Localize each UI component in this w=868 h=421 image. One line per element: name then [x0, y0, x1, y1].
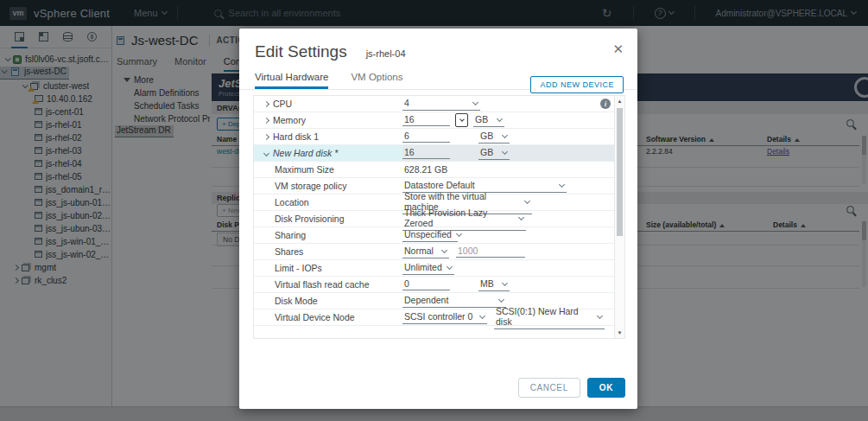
chevron-down-icon — [456, 230, 462, 236]
dialog-title: Edit Settings — [255, 42, 347, 61]
cpu-row: CPU 4 i — [254, 96, 614, 112]
chevron-down-icon — [502, 131, 508, 137]
limit-iops-row: Limit - IOPs Unlimited — [254, 260, 614, 277]
expand-icon[interactable] — [263, 117, 269, 123]
scroll-up-icon[interactable]: ▲ — [615, 99, 624, 104]
scsi-node-select[interactable]: SCSI(0:1) New Hard disk — [494, 306, 605, 329]
shares-count-input[interactable]: 1000 — [456, 246, 525, 258]
memory-row: Memory 16 GB — [254, 112, 614, 129]
controller-value: SCSI controller 0 — [404, 311, 472, 322]
sharing-value: Unspecified — [404, 229, 452, 239]
expand-icon[interactable] — [263, 100, 269, 106]
virtual-device-node-row: Virtual Device Node SCSI controller 0 SC… — [254, 309, 614, 326]
row-label: Sharing — [275, 230, 306, 240]
row-label: Hard disk 1 — [273, 131, 319, 142]
row-label: Maximum Size — [275, 164, 334, 175]
chevron-down-icon — [524, 197, 530, 203]
virtual-flash-input[interactable]: 0 — [402, 278, 450, 290]
limit-iops-select[interactable]: Unlimited — [402, 262, 454, 275]
policy-value: Datastore Default — [404, 180, 475, 190]
row-label: Virtual Device Node — [275, 312, 355, 322]
dialog-scrollbar[interactable]: ▲ ▼ — [614, 96, 624, 338]
row-label: Virtual flash read cache — [275, 279, 370, 290]
disk-provisioning-select[interactable]: Thick Provision Lazy Zeroed — [402, 207, 526, 231]
maximum-size-value: 628.21 GB — [402, 164, 447, 175]
provisioning-value: Thick Provision Lazy Zeroed — [404, 207, 514, 228]
dialog-footer: CANCEL OK — [518, 378, 625, 398]
row-label: Shares — [275, 246, 303, 257]
hard-disk-1-unit-select[interactable]: GB — [478, 131, 510, 144]
virtual-flash-row: Virtual flash read cache 0 MB — [254, 277, 614, 293]
row-label: Disk Provisioning — [275, 214, 345, 224]
chevron-down-icon — [441, 246, 447, 252]
tab-virtual-hardware[interactable]: Virtual Hardware — [255, 72, 328, 89]
unit-value: GB — [480, 131, 493, 141]
node-value: SCSI(0:1) New Hard disk — [496, 306, 592, 327]
chevron-down-icon — [518, 214, 524, 220]
dialog-header: Edit Settings js-rhel-04 ✕ — [239, 29, 637, 61]
cpu-count-value: 4 — [404, 98, 409, 108]
ok-button[interactable]: OK — [587, 378, 625, 398]
row-label: New Hard disk * — [273, 148, 338, 158]
row-label: Limit - IOPs — [275, 263, 322, 273]
unit-value: MB — [480, 278, 494, 289]
memory-unit-value: GB — [475, 114, 488, 124]
disk-provisioning-row: Disk Provisioning Thick Provision Lazy Z… — [254, 211, 614, 227]
chevron-down-icon — [559, 181, 565, 187]
disk-mode-value: Dependent — [404, 295, 448, 305]
limit-iops-value: Unlimited — [404, 262, 442, 272]
expand-icon[interactable] — [263, 133, 269, 139]
scsi-controller-select[interactable]: SCSI controller 0 — [402, 311, 487, 324]
chevron-down-icon — [447, 263, 453, 269]
close-icon[interactable]: ✕ — [612, 42, 624, 55]
chevron-down-icon — [502, 148, 508, 154]
memory-unit-select[interactable]: GB — [473, 114, 504, 127]
shares-row: Shares Normal 1000 — [254, 244, 614, 260]
memory-dropdown-button[interactable] — [455, 113, 468, 127]
new-hard-disk-row: New Hard disk * 16 GB — [254, 145, 614, 162]
memory-size-input[interactable]: 16 — [402, 114, 450, 126]
row-label: VM storage policy — [275, 181, 346, 191]
chevron-down-icon — [498, 296, 504, 302]
chevron-down-icon — [479, 312, 485, 318]
hard-disk-1-row: Hard disk 1 6 GB — [254, 129, 614, 145]
hardware-rows: CPU 4 i Memory 16 GB Hard disk 1 6 GB — [253, 95, 625, 339]
scroll-down-icon[interactable]: ▼ — [615, 330, 624, 335]
row-label: CPU — [273, 99, 292, 109]
row-label: Memory — [273, 115, 306, 125]
virtual-flash-unit-select[interactable]: MB — [478, 278, 510, 291]
hard-disk-1-size-input[interactable]: 6 — [402, 131, 450, 143]
new-hard-disk-unit-select[interactable]: GB — [478, 147, 510, 160]
add-new-device-button[interactable]: ADD NEW DEVICE — [530, 76, 624, 93]
chevron-down-icon — [597, 312, 603, 318]
chevron-down-icon — [459, 117, 465, 122]
info-icon[interactable]: i — [600, 99, 611, 109]
unit-value: GB — [480, 147, 493, 157]
cpu-count-select[interactable]: 4 — [402, 98, 480, 111]
shares-level-select[interactable]: Normal — [402, 246, 449, 258]
collapse-icon[interactable] — [263, 150, 269, 156]
new-hard-disk-size-input[interactable]: 16 — [402, 147, 450, 159]
maximum-size-row: Maximum Size 628.21 GB — [254, 162, 614, 178]
chevron-down-icon — [472, 99, 478, 105]
cancel-button[interactable]: CANCEL — [518, 378, 580, 398]
row-label: Disk Mode — [275, 296, 318, 306]
shares-level-value: Normal — [404, 246, 434, 256]
dialog-vm-name: js-rhel-04 — [366, 48, 406, 59]
tab-vm-options[interactable]: VM Options — [351, 72, 402, 89]
row-label: Location — [275, 197, 309, 207]
edit-settings-dialog: Edit Settings js-rhel-04 ✕ Virtual Hardw… — [239, 29, 637, 409]
chevron-down-icon — [497, 115, 503, 121]
sharing-row: Sharing Unspecified — [254, 227, 614, 244]
scrollbar-thumb[interactable] — [617, 108, 623, 236]
chevron-down-icon — [502, 279, 508, 285]
sharing-select[interactable]: Unspecified — [402, 229, 458, 242]
